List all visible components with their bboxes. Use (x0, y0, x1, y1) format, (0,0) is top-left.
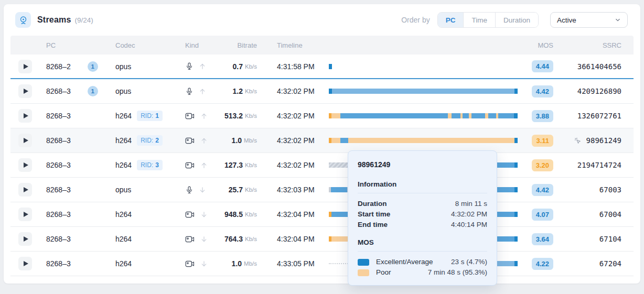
table-row[interactable]: 8268–3h264RID:1513.2Kb/s4:32:02 PM3.8813… (10, 104, 634, 128)
start-time-value: 4:32:04 PM (277, 235, 315, 243)
play-button[interactable] (18, 232, 32, 246)
ssrc-value: 2194714724 (577, 161, 621, 169)
mos-badge: 4.22 (532, 258, 553, 270)
play-button[interactable] (18, 208, 32, 221)
table-row[interactable]: 8268–3h264RID:3127.3Kb/s4:32:02 PM3.2021… (10, 153, 634, 178)
table-row[interactable]: 8268–31opus1.2Kb/s4:32:02 PM4.4242091268… (10, 79, 634, 104)
ssrc-value: 67003 (599, 186, 621, 194)
column-header-ssrc: SSRC (553, 41, 621, 49)
codec-value: h264 (115, 161, 132, 169)
table-row[interactable]: 8268–3h264948.5Kb/s4:32:04 PM4.0767004 (10, 202, 634, 227)
timeline-segment (514, 113, 518, 118)
bitrate-unit: Kb/s (245, 113, 257, 119)
column-header-timeline: Timeline (257, 41, 329, 49)
track-count-badge: 1 (88, 61, 98, 72)
table-header: PC Codec Kind Bitrate Timeline MOS SSRC (10, 36, 634, 55)
mos-badge: 3.88 (532, 110, 553, 122)
play-icon (24, 113, 28, 118)
camera-icon (185, 260, 195, 268)
tooltip-mos-legend: Excellent/Average23 s (4.7%)Poor7 min 48… (358, 257, 487, 278)
play-icon (24, 236, 28, 242)
bitrate-value: 127.3 (224, 161, 243, 169)
play-button[interactable] (18, 60, 32, 73)
order-by-option-duration[interactable]: Duration (495, 13, 538, 27)
codec-value: h264 (115, 210, 132, 219)
order-by-option-time[interactable]: Time (463, 13, 495, 27)
status-filter-select[interactable]: Active (550, 12, 628, 28)
pc-value: 8268–2 (46, 62, 71, 71)
tooltip-info-row: Start time4:32:02 PM (358, 209, 487, 220)
legend-label: Excellent/Average (376, 257, 433, 267)
bitrate-unit: Kb/s (245, 162, 257, 168)
rid-badge: RID:2 (137, 135, 163, 146)
timeline-segment (331, 113, 340, 118)
play-button[interactable] (18, 134, 32, 147)
order-by-option-pc[interactable]: PC (438, 13, 464, 27)
pc-value: 8268–3 (46, 259, 71, 268)
bitrate-value: 0.7 (233, 62, 243, 71)
play-button[interactable] (18, 183, 32, 197)
start-time-value: 4:32:02 PM (277, 161, 315, 169)
ssrc-value: 67104 (599, 235, 621, 243)
mos-badge: 4.42 (532, 85, 553, 97)
timeline-bar (329, 113, 518, 118)
start-time-value: 4:33:05 PM (277, 259, 315, 268)
table-row[interactable]: 8268–3opus25.7Kb/s4:32:03 PM4.4267003 (10, 178, 634, 202)
column-header-codec: Codec (105, 41, 177, 49)
play-icon (24, 89, 28, 94)
ssrc-value: 67004 (599, 210, 621, 219)
column-header-pc: PC (36, 41, 105, 49)
timeline-segment (331, 138, 340, 143)
column-header-kind: Kind (177, 41, 210, 49)
codec-value: opus (115, 87, 131, 95)
bitrate-unit: Kb/s (245, 211, 257, 217)
play-icon (24, 261, 28, 266)
table-row[interactable]: 8268–21opus0.7Kb/s4:31:58 PM4.4436614046… (10, 55, 634, 79)
tooltip-legend-row: Poor7 min 48 s (95.3%) (358, 267, 487, 278)
timeline-segment (340, 138, 348, 143)
rid-badge: RID:1 (137, 111, 163, 121)
camera-icon (185, 137, 195, 145)
toolbar: Order by PCTimeDuration Active (401, 12, 628, 28)
chevron-down-icon (615, 17, 621, 23)
table-row[interactable]: 8268–3h264RID:21.0Mb/s4:32:02 PM3.119896… (10, 128, 634, 153)
start-time-value: 4:32:03 PM (277, 186, 315, 194)
pc-value: 8268–3 (46, 136, 71, 145)
tooltip-info-value: 8 min 11 s (455, 199, 487, 209)
play-icon (24, 64, 28, 69)
bitrate-value: 1.2 (233, 87, 243, 95)
timeline-segment (340, 113, 448, 118)
bitrate-value: 1.0 (232, 136, 242, 145)
bitrate-unit: Kb/s (245, 236, 257, 242)
tooltip-info-value: 4:40:14 PM (451, 220, 487, 230)
start-time-value: 4:32:02 PM (277, 112, 315, 120)
legend-label: Poor (376, 267, 391, 278)
webcam-icon (15, 12, 31, 28)
camera-icon (185, 161, 195, 169)
streams-page: Streams (9/24) Order by PCTimeDuration A… (0, 0, 644, 294)
cursor-click-icon (574, 137, 582, 145)
arrow-up-icon (200, 161, 208, 169)
play-button[interactable] (18, 257, 32, 270)
camera-icon (185, 112, 195, 120)
play-button[interactable] (18, 84, 32, 98)
play-button[interactable] (18, 109, 32, 123)
table-row[interactable]: 8268–3h264764.3Kb/s4:32:04 PM3.6467104 (10, 227, 634, 252)
bitrate-value: 513.2 (224, 112, 243, 120)
play-button[interactable] (18, 158, 32, 172)
tooltip-info-row: Duration8 min 11 s (358, 199, 487, 209)
ssrc-value: 98961249 (586, 136, 621, 145)
order-by-segmented-control: PCTimeDuration (437, 12, 539, 28)
codec-value: h264 (115, 235, 132, 243)
column-header-mos: MOS (518, 41, 553, 49)
timeline-bar (329, 64, 518, 69)
start-time-value: 4:31:58 PM (277, 62, 315, 71)
mos-badge: 4.07 (532, 209, 553, 221)
table-row[interactable]: 8268–3h2641.0Mb/s4:33:05 PM4.2267204 (10, 252, 634, 276)
mos-badge: 3.11 (532, 135, 553, 147)
title-group: Streams (9/24) (15, 12, 93, 28)
tooltip-info-value: 4:32:02 PM (451, 209, 487, 220)
card-header: Streams (9/24) Order by PCTimeDuration A… (4, 4, 640, 36)
play-icon (24, 162, 28, 168)
bitrate-unit: Kb/s (245, 187, 257, 193)
